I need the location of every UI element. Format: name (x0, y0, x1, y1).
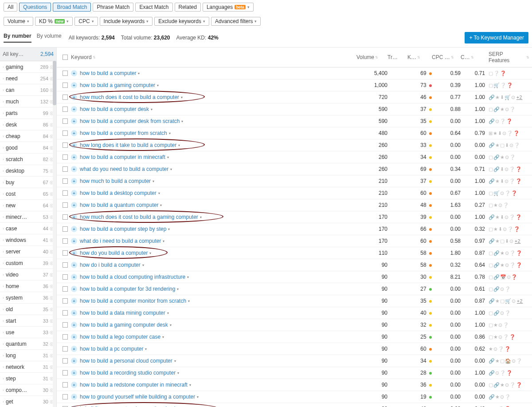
tab-by-number[interactable]: By number (4, 33, 31, 43)
chevron-down-icon[interactable]: ▾ (158, 191, 160, 195)
sidebar-item[interactable]: ›compo…30◎ (0, 384, 56, 396)
keyword-link[interactable]: how to build a cloud computing infrastru… (80, 274, 185, 280)
sidebar-item[interactable]: ›minecr…53◎ (0, 211, 56, 223)
row-checkbox[interactable] (63, 370, 68, 375)
filter-phrase-match[interactable]: Phrase Match (93, 3, 133, 12)
keyword-link[interactable]: how to build a personal cloud computer (80, 358, 172, 364)
row-checkbox[interactable] (63, 262, 68, 268)
add-keyword-icon[interactable]: + (71, 286, 77, 292)
to-keyword-manager-button[interactable]: + To Keyword Manager (465, 32, 528, 43)
chevron-down-icon[interactable]: ▾ (189, 383, 191, 387)
keyword-link[interactable]: how to build a redstone computer in mine… (80, 382, 188, 388)
chevron-down-icon[interactable]: ▾ (170, 323, 172, 327)
row-checkbox[interactable] (63, 310, 68, 316)
chevron-down-icon[interactable]: ▾ (160, 203, 162, 207)
chevron-down-icon[interactable]: ▾ (181, 95, 183, 99)
chevron-down-icon[interactable]: ▾ (200, 215, 202, 219)
chevron-down-icon[interactable]: ▾ (167, 311, 169, 315)
keyword-link[interactable]: how to build a gaming computer (80, 82, 155, 88)
filter-languages[interactable]: Languages beta ▾ (203, 3, 254, 12)
row-checkbox[interactable] (63, 130, 68, 136)
row-checkbox[interactable] (63, 190, 68, 196)
row-checkbox[interactable] (63, 250, 68, 256)
sidebar-item[interactable]: ›step31◎ (0, 373, 56, 384)
sidebar-item[interactable]: ›get30◎ (0, 396, 56, 407)
sidebar-item[interactable]: ›parts99◎ (0, 107, 56, 119)
add-keyword-icon[interactable]: + (71, 334, 77, 340)
row-checkbox[interactable] (63, 166, 68, 172)
sidebar-item[interactable]: ›good84◎ (0, 142, 56, 154)
row-checkbox[interactable] (63, 142, 68, 148)
add-keyword-icon[interactable]: + (71, 322, 77, 328)
add-keyword-icon[interactable]: + (71, 154, 77, 160)
keyword-link[interactable]: how to build a gaming computer desk (80, 322, 168, 328)
chevron-down-icon[interactable]: ▾ (168, 227, 170, 231)
keyword-link[interactable]: how much does it cost to build a gaming … (80, 214, 198, 220)
chevron-down-icon[interactable]: ▾ (153, 179, 154, 183)
sidebar-item[interactable]: ›need254◎ (0, 73, 56, 84)
chevron-down-icon[interactable]: ▾ (181, 119, 183, 123)
serp-extra-count[interactable]: +2 (516, 95, 522, 100)
chevron-down-icon[interactable]: ▾ (138, 71, 140, 75)
sidebar-item[interactable]: ›start33◎ (0, 315, 56, 327)
keyword-link[interactable]: what do i need to build a computer (80, 238, 161, 244)
row-checkbox[interactable] (63, 334, 68, 340)
add-keyword-icon[interactable]: + (71, 262, 77, 268)
exclude-keywords-filter[interactable]: Exclude keywords▾ (154, 17, 209, 26)
row-checkbox[interactable] (63, 394, 68, 399)
row-checkbox[interactable] (63, 107, 68, 112)
keyword-link[interactable]: how long does it take to build a compute… (80, 142, 176, 148)
sidebar-item[interactable]: ›new64◎ (0, 200, 56, 211)
chevron-down-icon[interactable]: ▾ (151, 107, 153, 111)
row-checkbox[interactable] (63, 238, 68, 244)
add-keyword-icon[interactable]: + (71, 142, 77, 148)
add-keyword-icon[interactable]: + (71, 274, 77, 280)
add-keyword-icon[interactable]: + (71, 310, 77, 316)
chevron-down-icon[interactable]: ▾ (187, 275, 189, 279)
cpc-filter[interactable]: CPC▾ (74, 17, 98, 26)
sidebar-item[interactable]: ›use33◎ (0, 327, 56, 338)
add-keyword-icon[interactable]: + (71, 70, 77, 76)
chevron-down-icon[interactable]: ▾ (177, 287, 179, 291)
keyword-link[interactable]: how to build a quantum computer (80, 202, 158, 208)
chevron-down-icon[interactable]: ▾ (163, 239, 164, 243)
filter-all[interactable]: All (4, 3, 17, 12)
chevron-down-icon[interactable]: ▾ (178, 143, 180, 147)
sidebar-item[interactable]: ›quantum32◎ (0, 338, 56, 350)
row-checkbox[interactable] (63, 154, 68, 160)
keyword-link[interactable]: how to build a computer desk (80, 106, 149, 112)
row-checkbox[interactable] (63, 178, 68, 184)
filter-broad-match[interactable]: Broad Match (53, 3, 91, 12)
keyword-link[interactable]: what do you need to build a computer (80, 166, 168, 172)
sidebar-item[interactable]: ›cost65◎ (0, 188, 56, 200)
sidebar-item[interactable]: ›home36◎ (0, 281, 56, 292)
add-keyword-icon[interactable]: + (71, 214, 77, 220)
row-checkbox[interactable] (63, 71, 68, 76)
chevron-down-icon[interactable]: ▾ (174, 359, 176, 363)
row-checkbox[interactable] (63, 298, 68, 304)
scrollbar-thumb[interactable] (53, 61, 56, 105)
add-keyword-icon[interactable]: + (71, 394, 77, 400)
keyword-link[interactable]: how do i build a computer (80, 262, 141, 268)
row-checkbox[interactable] (63, 214, 68, 220)
row-checkbox[interactable] (63, 83, 68, 88)
add-keyword-icon[interactable]: + (71, 118, 77, 124)
chevron-down-icon[interactable]: ▾ (167, 155, 169, 159)
row-checkbox[interactable] (63, 286, 68, 292)
row-checkbox[interactable] (63, 226, 68, 232)
chevron-down-icon[interactable]: ▾ (170, 167, 172, 171)
row-checkbox[interactable] (63, 346, 68, 352)
add-keyword-icon[interactable]: + (71, 106, 77, 112)
kd-filter[interactable]: KD % new▾ (35, 17, 73, 26)
chevron-down-icon[interactable]: ▾ (188, 299, 190, 303)
add-keyword-icon[interactable]: + (71, 358, 77, 364)
keyword-link[interactable]: how to build a desktop computer (80, 190, 156, 196)
chevron-down-icon[interactable]: ▾ (197, 395, 199, 399)
add-keyword-icon[interactable]: + (71, 382, 77, 388)
keyword-link[interactable]: how to ground yourself while building a … (80, 394, 195, 400)
col-serp[interactable]: SERP Features (489, 51, 525, 63)
sidebar-item[interactable]: ›system36◎ (0, 292, 56, 304)
add-keyword-icon[interactable]: + (71, 178, 77, 184)
row-checkbox[interactable] (63, 95, 68, 100)
keyword-link[interactable]: how to build a recording studio computer (80, 370, 176, 376)
